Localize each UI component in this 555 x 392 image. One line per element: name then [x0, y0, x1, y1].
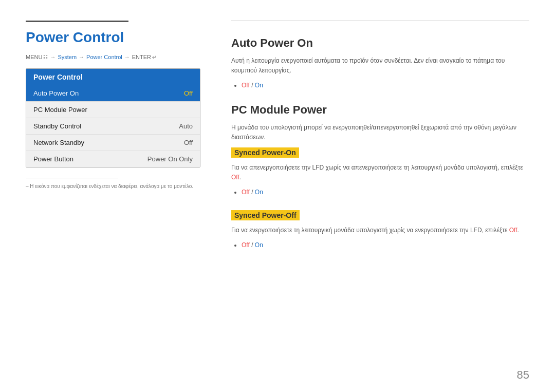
on-label: On — [255, 241, 263, 249]
breadcrumb-arrow3: → — [124, 54, 130, 60]
subsection-synced-power-off: Synced Power-Off Για να ενεργοποιήσετε τ… — [231, 210, 529, 250]
breadcrumb-menu: MENU — [26, 54, 42, 60]
breadcrumb-arrow2: → — [79, 54, 84, 60]
top-rule — [26, 21, 128, 22]
footnote-rule — [26, 178, 118, 178]
left-column: Power Control MENU ☷ → System → Power Co… — [26, 21, 200, 377]
menu-item-auto-power-on[interactable]: Auto Power On Off — [26, 85, 200, 102]
section-desc-auto-power-on: Αυτή η λειτουργία ενεργοποιεί αυτόματα τ… — [231, 56, 529, 76]
right-top-rule — [231, 21, 529, 21]
off-inline: Off — [231, 174, 239, 181]
breadcrumb-arrow1: → — [50, 54, 55, 60]
enter-icon: ↵ — [152, 54, 156, 60]
separator: / — [251, 82, 255, 89]
menu-item-value: Off — [184, 89, 193, 97]
breadcrumb-system: System — [58, 54, 77, 60]
separator: / — [251, 189, 255, 196]
subsection-desc-synced-power-on: Για να απενεργοποιήσετε την LFD χωρίς να… — [231, 163, 529, 182]
menu-item-value: Auto — [179, 122, 193, 130]
breadcrumb-menu-icon: ☷ — [43, 54, 48, 60]
bullet-list-synced-on: Off / On — [231, 188, 529, 197]
menu-item-value: Power On Only — [147, 155, 193, 163]
off-label: Off — [242, 82, 250, 89]
breadcrumb-enter: ENTER — [132, 54, 151, 60]
menu-item-label: Auto Power On — [33, 89, 79, 97]
off-inline: Off — [509, 227, 517, 234]
on-label: On — [255, 189, 263, 196]
subsection-title-synced-power-on: Synced Power-On — [231, 147, 299, 158]
section-pc-module-power: PC Module Power Η μονάδα του υπολογιστή … — [231, 103, 529, 250]
on-label: On — [255, 82, 263, 89]
off-label: Off — [242, 241, 250, 249]
section-title-pc-module-power: PC Module Power — [231, 103, 529, 117]
menu-header: Power Control — [26, 69, 200, 85]
menu-item-network-standby[interactable]: Network Standby Off — [26, 135, 200, 151]
menu-item-power-button[interactable]: Power Button Power On Only — [26, 151, 200, 167]
bullet-list-synced-off: Off / On — [231, 240, 529, 250]
section-desc-pc-module-power: Η μονάδα του υπολογιστή μπορεί να ενεργο… — [231, 123, 529, 142]
right-column: Auto Power On Αυτή η λειτουργία ενεργοπο… — [231, 21, 529, 377]
section-title-auto-power-on: Auto Power On — [231, 36, 529, 50]
subsection-synced-power-on: Synced Power-On Για να απενεργοποιήσετε … — [231, 147, 529, 198]
breadcrumb: MENU ☷ → System → Power Control → ENTER … — [26, 54, 200, 60]
bullet-list-auto-power-on: Off / On — [231, 81, 529, 90]
bullet-item: Off / On — [242, 188, 529, 197]
bullet-item: Off / On — [242, 240, 529, 250]
bullet-item: Off / On — [242, 81, 529, 90]
footnote: – Η εικόνα που εμφανίζεται ενδέχεται να … — [26, 182, 200, 190]
separator: / — [251, 241, 255, 249]
menu-item-pc-module-power[interactable]: PC Module Power — [26, 102, 200, 118]
section-auto-power-on: Auto Power On Αυτή η λειτουργία ενεργοπο… — [231, 36, 529, 91]
page-title: Power Control — [26, 29, 200, 46]
off-label: Off — [242, 189, 250, 196]
breadcrumb-powercontrol: Power Control — [86, 54, 122, 60]
menu-item-label: PC Module Power — [33, 106, 87, 114]
menu-box: Power Control Auto Power On Off PC Modul… — [26, 68, 200, 167]
page-number: 85 — [517, 368, 529, 382]
menu-item-value: Off — [184, 139, 193, 146]
menu-item-label: Power Button — [33, 155, 73, 163]
menu-item-label: Standby Control — [33, 122, 81, 130]
menu-item-standby-control[interactable]: Standby Control Auto — [26, 118, 200, 135]
menu-item-label: Network Standby — [33, 139, 84, 146]
subsection-desc-synced-power-off: Για να ενεργοποιήσετε τη λειτουργική μον… — [231, 226, 529, 235]
subsection-title-synced-power-off: Synced Power-Off — [231, 210, 300, 220]
